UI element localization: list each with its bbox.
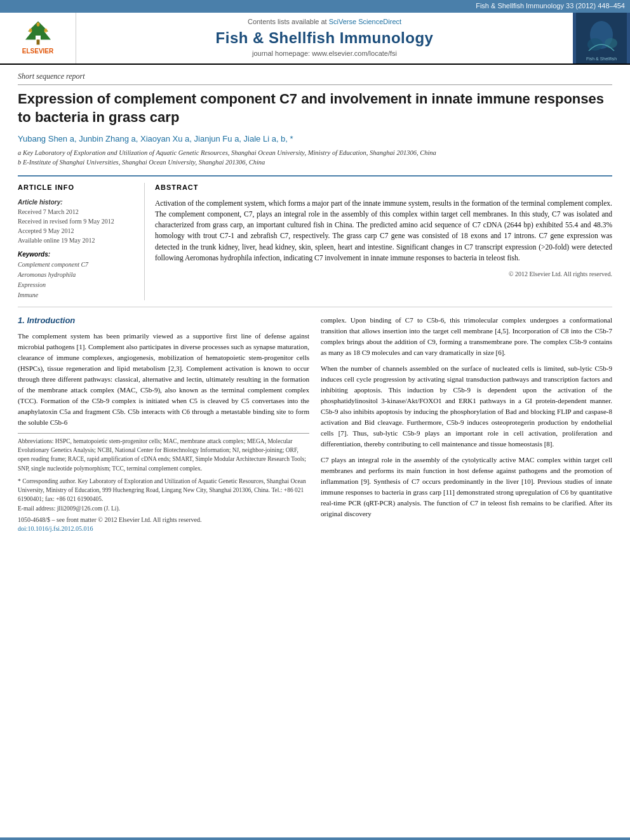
keywords-label: Keywords: xyxy=(18,250,137,260)
bottom-bar xyxy=(0,837,630,840)
available-date: Available online 19 May 2012 xyxy=(18,236,137,245)
history-section: Article history: Received 7 March 2012 R… xyxy=(18,198,137,246)
authors: Yubang Shen a, Junbin Zhang a, Xiaoyan X… xyxy=(18,133,612,145)
corresponding-note: * Corresponding author. Key Laboratory o… xyxy=(18,477,309,504)
intro-paragraph-right-1: complex. Upon binding of C7 to C5b-6, th… xyxy=(321,315,612,358)
abstract-panel: ABSTRACT Activation of the complement sy… xyxy=(155,183,612,300)
sciverse-text: Contents lists available at SciVerse Sci… xyxy=(248,17,401,27)
abstract-title: ABSTRACT xyxy=(155,183,612,193)
abbreviations-note: Abbreviations: HSPC, hematopoietic stem-… xyxy=(18,437,309,473)
journal-center: Contents lists available at SciVerse Sci… xyxy=(76,13,573,63)
elsevier-label-text: ELSEVIER xyxy=(22,47,53,57)
article-info-abstract: ARTICLE INFO Article history: Received 7… xyxy=(18,175,612,307)
received-revised-date: Received in revised form 9 May 2012 xyxy=(18,217,137,226)
main-content: Short sequence report Expression of comp… xyxy=(0,65,630,837)
keyword-2: Aeromonas hydrophila xyxy=(18,270,137,280)
journal-banner-inner: Fish & Shellfish xyxy=(576,13,627,63)
body-left-column: 1. Introduction The complement system ha… xyxy=(18,315,309,534)
doi-text: doi:10.1016/j.fsi.2012.05.016 xyxy=(18,524,309,534)
affiliation-b: b E-Institute of Shanghai Universities, … xyxy=(18,158,612,168)
journal-citation: Fish & Shellfish Immunology 33 (2012) 44… xyxy=(476,2,625,10)
article-info-title: ARTICLE INFO xyxy=(18,183,137,193)
doi-section: 1050-4648/$ – see front matter © 2012 El… xyxy=(18,516,309,534)
page: Fish & Shellfish Immunology 33 (2012) 44… xyxy=(0,0,630,840)
elsevier-tree-icon xyxy=(19,20,57,46)
intro-paragraph-right-3: C7 plays an integral role in the assembl… xyxy=(321,455,612,519)
journal-header: ELSEVIER Contents lists available at Sci… xyxy=(0,13,630,65)
article-info-panel: ARTICLE INFO Article history: Received 7… xyxy=(18,183,145,300)
elsevier-logo: ELSEVIER xyxy=(0,13,76,63)
issn-line: 1050-4648/$ – see front matter © 2012 El… xyxy=(18,516,309,525)
svg-point-2 xyxy=(29,28,32,32)
intro-paragraph-right-2: When the number of channels assembled on… xyxy=(321,363,612,450)
keyword-3: Expression xyxy=(18,280,137,290)
article-title: Expression of complement component C7 an… xyxy=(18,90,612,126)
intro-paragraph-1: The complement system has been primarily… xyxy=(18,331,309,428)
keyword-1: Complement component C7 xyxy=(18,260,137,270)
journal-homepage: journal homepage: www.elsevier.com/locat… xyxy=(252,49,397,59)
section-type: Short sequence report xyxy=(18,71,612,85)
svg-point-8 xyxy=(605,38,617,48)
affiliations: a Key Laboratory of Exploration and Util… xyxy=(18,149,612,167)
keywords-list: Complement component C7 Aeromonas hydrop… xyxy=(18,260,137,300)
journal-banner-image: Fish & Shellfish xyxy=(573,13,630,63)
svg-point-4 xyxy=(44,28,47,32)
history-label: Article history: xyxy=(18,198,137,208)
svg-text:Fish & Shellfish: Fish & Shellfish xyxy=(586,57,617,61)
email-note: E-mail address: jlli2009@126.com (J. Li)… xyxy=(18,504,309,513)
sciverse-link[interactable]: SciVerse ScienceDirect xyxy=(329,18,401,25)
keyword-4: Immune xyxy=(18,290,137,300)
svg-rect-0 xyxy=(36,39,39,44)
body-content: 1. Introduction The complement system ha… xyxy=(18,315,612,534)
footnotes: Abbreviations: HSPC, hematopoietic stem-… xyxy=(18,433,309,513)
abstract-text: Activation of the complement system, whi… xyxy=(155,198,612,264)
received-date: Received 7 March 2012 xyxy=(18,207,137,217)
copyright-notice: © 2012 Elsevier Ltd. All rights reserved… xyxy=(155,270,612,279)
top-bar: Fish & Shellfish Immunology 33 (2012) 44… xyxy=(0,0,630,13)
svg-point-3 xyxy=(36,22,39,26)
affiliation-a: a Key Laboratory of Exploration and Util… xyxy=(18,149,612,158)
journal-title-main: Fish & Shellfish Immunology xyxy=(216,27,434,50)
keywords-section: Keywords: Complement component C7 Aeromo… xyxy=(18,250,137,300)
history-dates: Received 7 March 2012 Received in revise… xyxy=(18,207,137,245)
accepted-date: Accepted 9 May 2012 xyxy=(18,226,137,236)
body-right-column: complex. Upon binding of C7 to C5b-6, th… xyxy=(321,315,612,534)
intro-heading: 1. Introduction xyxy=(18,315,309,327)
